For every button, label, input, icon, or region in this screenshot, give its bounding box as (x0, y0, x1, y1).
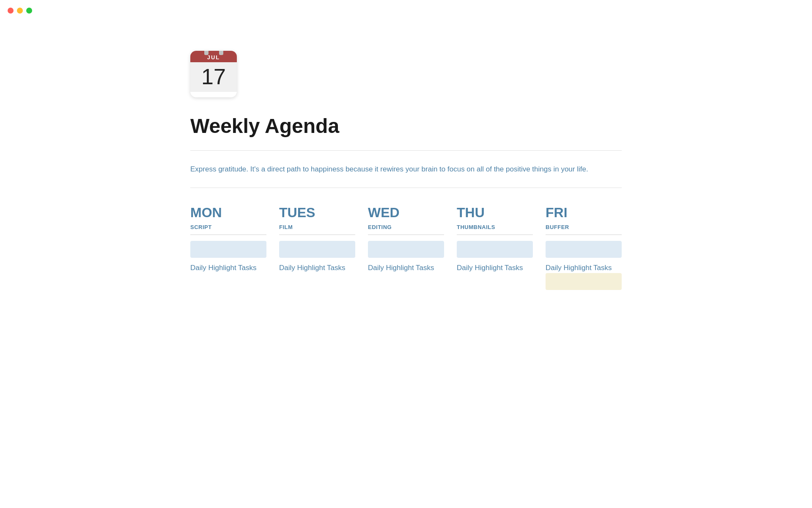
close-button[interactable] (8, 8, 14, 14)
calendar-month: JUL (207, 54, 220, 61)
calendar-icon: JUL 17 (190, 51, 237, 97)
top-divider (190, 150, 622, 151)
calendar-month-header: JUL (190, 51, 237, 62)
task-card-fri (546, 241, 622, 258)
page-title: Weekly Agenda (190, 114, 622, 138)
task-card-wed (368, 241, 444, 258)
week-grid: MON SCRIPT Daily Highlight Tasks TUES FI… (190, 205, 622, 295)
day-divider-mon (190, 235, 266, 235)
day-label-thu: THU (457, 205, 533, 221)
quote-text: Express gratitude. It's a direct path to… (190, 163, 622, 175)
day-label-fri: FRI (546, 205, 622, 221)
calendar-day: 17 (190, 66, 237, 88)
calendar-body: 17 (190, 62, 237, 92)
day-column-wed: WED EDITING Daily Highlight Tasks (368, 205, 444, 295)
calendar-ring-right (219, 51, 223, 55)
bottom-divider (190, 188, 622, 188)
day-task-tues: FILM (279, 224, 355, 230)
calendar-rings (199, 51, 228, 55)
day-divider-fri (546, 235, 622, 235)
day-divider-wed (368, 235, 444, 235)
day-column-thu: THU THUMBNAILS Daily Highlight Tasks (457, 205, 533, 295)
task-link-tues[interactable]: Daily Highlight Tasks (279, 263, 355, 273)
day-label-mon: MON (190, 205, 266, 221)
day-label-wed: WED (368, 205, 444, 221)
day-task-mon: SCRIPT (190, 224, 266, 230)
day-divider-thu (457, 235, 533, 235)
maximize-button[interactable] (26, 8, 32, 14)
task-link-thu[interactable]: Daily Highlight Tasks (457, 263, 533, 273)
main-content: JUL 17 Weekly Agenda Express gratitude. … (165, 0, 647, 320)
task-card-tues (279, 241, 355, 258)
day-column-tues: TUES FILM Daily Highlight Tasks (279, 205, 355, 295)
task-link-fri[interactable]: Daily Highlight Tasks (546, 263, 622, 273)
task-link-mon[interactable]: Daily Highlight Tasks (190, 263, 266, 273)
day-task-thu: THUMBNAILS (457, 224, 533, 230)
day-label-tues: TUES (279, 205, 355, 221)
day-task-fri: BUFFER (546, 224, 622, 230)
task-card-mon (190, 241, 266, 258)
day-task-wed: EDITING (368, 224, 444, 230)
window-controls (8, 8, 32, 14)
day-column-mon: MON SCRIPT Daily Highlight Tasks (190, 205, 266, 295)
day-divider-tues (279, 235, 355, 235)
task-card-fri-yellow (546, 273, 622, 290)
task-card-thu (457, 241, 533, 258)
day-column-fri: FRI BUFFER Daily Highlight Tasks (546, 205, 622, 295)
minimize-button[interactable] (17, 8, 23, 14)
task-link-wed[interactable]: Daily Highlight Tasks (368, 263, 444, 273)
calendar-ring-left (204, 51, 208, 55)
